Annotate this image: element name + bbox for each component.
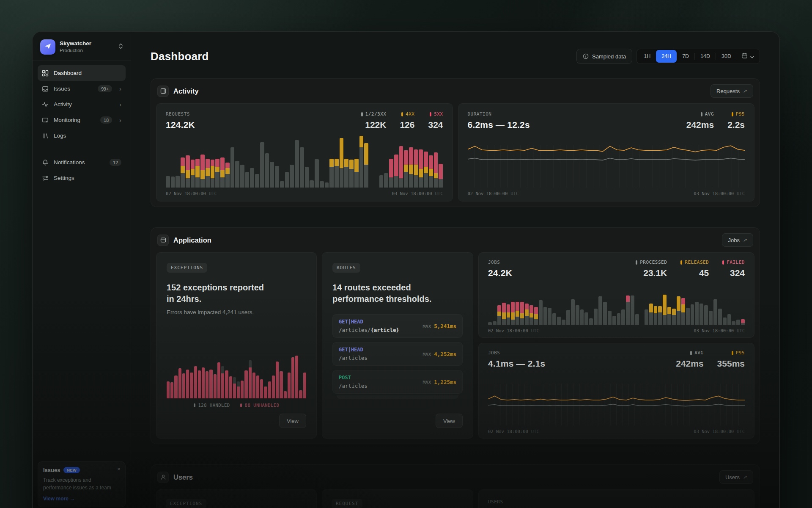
calendar-button[interactable]	[737, 50, 758, 63]
sidebar-item-label: Activity	[54, 101, 72, 108]
sidebar-item-dashboard[interactable]: Dashboard	[38, 65, 126, 81]
route-row[interactable]: POST /articles MAX1,225ms	[332, 370, 463, 394]
requests-bar-chart	[166, 136, 443, 188]
view-more-link[interactable]: View more →	[43, 496, 120, 502]
legend-dot-amber	[401, 112, 403, 116]
monitoring-count-badge: 18	[100, 116, 112, 124]
route-row[interactable]: GET|HEAD /articles/{article} MAX5,241ms	[332, 314, 463, 338]
workspace-switcher[interactable]: Skywatcher Production	[38, 37, 126, 61]
exceptions-subheading: Errors have impacted 4,241 users.	[167, 309, 306, 315]
range-24h[interactable]: 24H	[656, 50, 677, 63]
activity-section: Activity Requests ↗ REQUESTS 124.2K	[151, 78, 760, 207]
sidebar-item-settings[interactable]: Settings	[38, 170, 126, 186]
route-max: MAX4,252ms	[422, 351, 456, 357]
sampled-data-button[interactable]: Sampled data	[576, 49, 632, 64]
route-max: MAX1,225ms	[422, 379, 456, 385]
range-30d[interactable]: 30D	[716, 50, 737, 63]
sidebar-item-notifications[interactable]: Notifications 12	[38, 155, 126, 170]
workspace-logo	[40, 39, 55, 55]
routes-pill: ROUTES	[332, 263, 360, 273]
legend-value: 324	[428, 120, 443, 130]
sidebar-item-label: Settings	[54, 175, 74, 181]
sidebar-item-label: Issues	[54, 86, 70, 92]
legend-name: RELEASED	[685, 260, 709, 265]
legend-name: 4XX	[406, 111, 414, 117]
sidebar-item-monitoring[interactable]: Monitoring 18 ›	[38, 112, 126, 128]
sidebar-item-logs[interactable]: Logs	[38, 128, 126, 144]
legend-name: PROCESSED	[640, 260, 667, 265]
stat-label: DURATION	[468, 111, 530, 117]
page-header: Dashboard Sampled data 1H 24H 7D 14D 30D	[151, 49, 760, 64]
sidebar-divider	[33, 61, 131, 61]
legend-dot-amber	[680, 260, 682, 265]
legend-name: FAILED	[727, 260, 745, 265]
sidebar-item-label: Notifications	[54, 159, 85, 166]
promo-description: Track exceptions and performance issues …	[43, 477, 120, 491]
sliders-icon	[42, 175, 49, 182]
legend-dot-gray	[636, 260, 637, 265]
legend-dot-gray	[701, 112, 702, 116]
sidebar: Skywatcher Production Dashboard Issues 9…	[33, 32, 131, 508]
request-pill: REQUEST	[332, 499, 362, 508]
range-1h[interactable]: 1H	[638, 50, 656, 63]
jobs-column: JOBS 24.2K PROCESSED 23.1K RELEASED	[478, 252, 754, 439]
legend-value: 355ms	[717, 359, 745, 369]
sidebar-item-label: Dashboard	[54, 70, 82, 76]
page-title: Dashboard	[151, 50, 209, 63]
notifications-count-badge: 12	[110, 159, 121, 166]
view-exceptions-button[interactable]: View	[279, 414, 306, 428]
sidebar-item-issues[interactable]: Issues 99+ ›	[38, 81, 126, 97]
workspace-name: Skywatcher	[60, 40, 91, 47]
users-link-button[interactable]: Users ↗	[719, 470, 753, 484]
external-arrow-icon: ↗	[743, 88, 747, 94]
workspace-environment: Production	[60, 47, 91, 53]
stat-label: USERS	[488, 499, 745, 505]
x-axis: 02 Nov 18:00:00UTC 03 Nov 18:00:00UTC	[468, 191, 745, 196]
legend-name: AVG	[694, 350, 703, 356]
stat-label: JOBS	[488, 350, 546, 356]
close-icon[interactable]: ×	[117, 466, 121, 472]
users-section: Users Users ↗ EXCEPTIONS REQUEST USERS 8…	[151, 464, 760, 508]
legend-unhandled: 88 UNHANDLED	[245, 403, 280, 408]
requests-link-button[interactable]: Requests ↗	[710, 84, 753, 98]
legend-dot-red	[240, 403, 242, 407]
chevron-right-icon: ›	[119, 117, 121, 123]
legend-value: 45	[680, 268, 709, 278]
dashboard-icon	[42, 70, 49, 77]
view-routes-button[interactable]: View	[436, 414, 463, 428]
route-row[interactable]: GET|HEAD /articles MAX4,252ms	[332, 342, 463, 366]
chevron-down-icon	[750, 52, 754, 60]
route-max: MAX5,241ms	[422, 323, 456, 329]
exceptions-pill: EXCEPTIONS	[166, 499, 206, 508]
legend-value: 126	[400, 120, 414, 130]
app-window: Skywatcher Production Dashboard Issues 9…	[32, 31, 780, 508]
users-request-card: REQUEST	[322, 489, 473, 508]
duration-line-chart	[468, 136, 745, 188]
chevron-right-icon: ›	[119, 86, 121, 92]
stat-value: 4.1ms — 2.1s	[488, 359, 546, 369]
range-7d[interactable]: 7D	[677, 50, 694, 63]
exceptions-card: EXCEPTIONS 152 exceptions reported in 24…	[156, 252, 317, 439]
route-path: /articles	[339, 355, 368, 361]
jobs-duration-card: JOBS 4.1ms — 2.1s AVG 242ms P95	[478, 343, 754, 439]
application-section: Application Jobs ↗ EXCEPTIONS 152 except…	[151, 227, 760, 444]
legend-value: 23.1K	[636, 268, 667, 278]
external-arrow-icon: ↗	[743, 237, 747, 243]
legend-value: 122K	[361, 120, 387, 130]
application-section-icon	[157, 235, 169, 246]
sidebar-item-activity[interactable]: Activity ›	[38, 97, 126, 112]
jobs-link-button[interactable]: Jobs ↗	[722, 233, 753, 247]
stacked-row-peek	[337, 395, 458, 399]
range-14d[interactable]: 14D	[695, 50, 716, 63]
users-section-icon	[157, 472, 169, 483]
routes-heading: 14 routes exceeded performance threshold…	[332, 282, 438, 305]
legend-handled: 128 HANDLED	[198, 403, 230, 408]
chevron-up-down-icon	[118, 43, 123, 51]
external-arrow-icon: ↗	[743, 474, 747, 480]
legend-name: 1/2/3XX	[365, 111, 387, 117]
x-axis: 02 Nov 18:00:00UTC 03 Nov 18:00:00UTC	[488, 328, 745, 333]
exceptions-pill: EXCEPTIONS	[167, 263, 207, 273]
legend-name: P95	[736, 111, 745, 117]
users-exceptions-card: EXCEPTIONS	[156, 489, 317, 508]
legend-dot-amber	[732, 351, 733, 355]
